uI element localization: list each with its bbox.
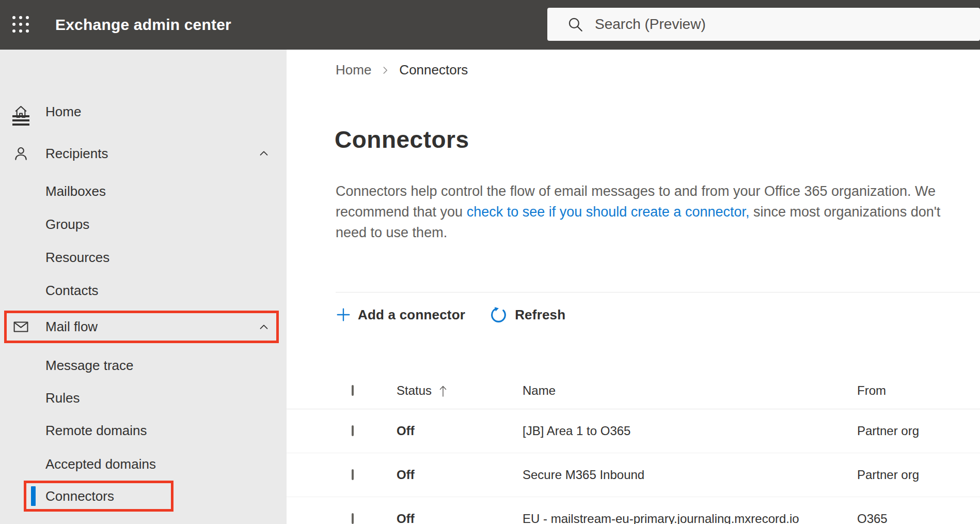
page-title: Connectors bbox=[335, 126, 469, 153]
create-connector-link[interactable]: check to see if you should create a conn… bbox=[467, 204, 750, 220]
status-cell: Off bbox=[397, 424, 523, 438]
chevron-right-icon bbox=[380, 65, 391, 76]
sidebar-item-label: Message trace bbox=[45, 358, 134, 374]
from-cell: Partner org bbox=[857, 424, 980, 438]
status-cell: Off bbox=[397, 468, 523, 482]
chevron-up-icon[interactable] bbox=[257, 320, 271, 334]
name-cell: [JB] Area 1 to O365 bbox=[523, 424, 857, 438]
breadcrumb-home-link[interactable]: Home bbox=[336, 62, 371, 78]
table-header-row: Status Name From bbox=[287, 372, 980, 409]
column-header-label: Status bbox=[397, 383, 432, 398]
table-row[interactable]: Off EU - mailstream-eu-primary.journalin… bbox=[287, 497, 980, 524]
column-header-name[interactable]: Name bbox=[523, 383, 857, 398]
page-description: Connectors help control the flow of emai… bbox=[336, 181, 966, 243]
sidebar-item-label: Remote domains bbox=[45, 423, 147, 439]
from-cell: Partner org bbox=[857, 468, 980, 482]
search-input[interactable] bbox=[595, 8, 967, 41]
sidebar-item-contacts[interactable]: Contacts bbox=[0, 274, 287, 307]
sidebar-item-rules[interactable]: Rules bbox=[0, 381, 287, 414]
sidebar-item-home[interactable]: Home bbox=[0, 95, 287, 128]
sidebar-item-label: Accepted domains bbox=[45, 456, 156, 472]
toolbar-divider bbox=[336, 292, 980, 292]
from-cell: O365 bbox=[857, 512, 980, 524]
search-icon bbox=[566, 16, 584, 33]
command-bar: Add a connector Refresh bbox=[336, 301, 565, 328]
status-cell: Off bbox=[397, 512, 523, 524]
sidebar-item-label: Recipients bbox=[45, 146, 108, 162]
top-app-bar: Exchange admin center bbox=[0, 0, 980, 50]
sidebar-item-connectors[interactable]: Connectors bbox=[0, 481, 287, 512]
sidebar-item-groups[interactable]: Groups bbox=[0, 208, 287, 241]
column-header-label: From bbox=[857, 383, 886, 398]
table-row[interactable]: Off [JB] Area 1 to O365 Partner org bbox=[287, 409, 980, 453]
row-checkbox[interactable] bbox=[352, 425, 354, 436]
refresh-icon bbox=[489, 305, 508, 325]
column-header-from[interactable]: From bbox=[857, 383, 980, 398]
connectors-table: Status Name From Off [JB] Area 1 to O365… bbox=[287, 372, 980, 524]
name-cell: EU - mailstream-eu-primary.journaling.mx… bbox=[523, 512, 857, 524]
app-title: Exchange admin center bbox=[55, 0, 231, 50]
person-icon bbox=[12, 145, 29, 162]
sidebar-item-label: Resources bbox=[45, 250, 109, 266]
sidebar-item-label: Connectors bbox=[45, 488, 114, 504]
sidebar-item-recipients[interactable]: Recipients bbox=[0, 137, 287, 170]
add-connector-label: Add a connector bbox=[358, 307, 465, 323]
row-checkbox[interactable] bbox=[352, 469, 354, 480]
sidebar-item-accepted-domains[interactable]: Accepted domains bbox=[0, 448, 287, 481]
refresh-button[interactable]: Refresh bbox=[489, 305, 565, 325]
sidebar-item-mail-flow[interactable]: Mail flow bbox=[0, 311, 287, 343]
chevron-up-icon[interactable] bbox=[257, 147, 271, 160]
select-all-checkbox[interactable] bbox=[352, 385, 354, 396]
sort-ascending-icon bbox=[438, 384, 448, 398]
sidebar-item-resources[interactable]: Resources bbox=[0, 241, 287, 274]
search-box[interactable] bbox=[547, 8, 980, 41]
breadcrumb-current: Connectors bbox=[399, 62, 468, 78]
sidebar-item-label: Groups bbox=[45, 217, 89, 233]
sidebar-item-message-trace[interactable]: Message trace bbox=[0, 349, 287, 382]
plus-icon bbox=[336, 307, 351, 322]
home-icon bbox=[12, 103, 29, 120]
app-launcher-icon[interactable] bbox=[12, 16, 29, 33]
sidebar-item-remote-domains[interactable]: Remote domains bbox=[0, 414, 287, 447]
mail-icon bbox=[12, 318, 29, 335]
sidebar-item-mailboxes[interactable]: Mailboxes bbox=[0, 175, 287, 208]
sidebar-nav: Home Recipients Mailboxes Groups Resourc… bbox=[0, 50, 287, 524]
name-cell: Secure M365 Inbound bbox=[523, 468, 857, 482]
column-header-status[interactable]: Status bbox=[397, 383, 523, 398]
selected-indicator bbox=[31, 486, 36, 506]
sidebar-item-label: Mail flow bbox=[45, 319, 98, 335]
main-content: Home Connectors Connectors Connectors he… bbox=[287, 50, 980, 524]
table-row[interactable]: Off Secure M365 Inbound Partner org bbox=[287, 453, 980, 497]
sidebar-item-label: Contacts bbox=[45, 283, 99, 299]
sidebar-item-label: Home bbox=[45, 104, 81, 120]
sidebar-item-label: Mailboxes bbox=[45, 183, 106, 199]
column-header-label: Name bbox=[523, 383, 556, 398]
refresh-label: Refresh bbox=[515, 307, 565, 323]
row-checkbox[interactable] bbox=[352, 513, 354, 524]
sidebar-item-label: Rules bbox=[45, 390, 80, 406]
breadcrumb: Home Connectors bbox=[336, 61, 468, 79]
add-connector-button[interactable]: Add a connector bbox=[336, 307, 465, 323]
